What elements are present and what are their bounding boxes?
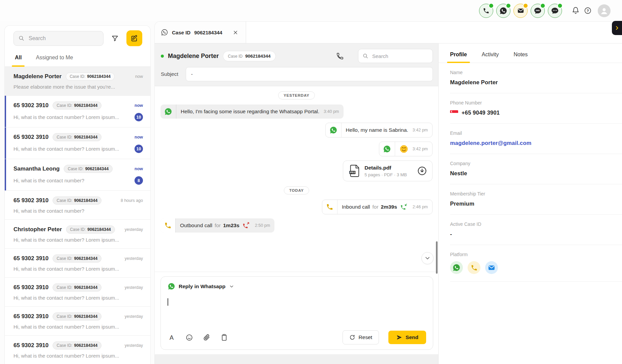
outbound-call-icon xyxy=(242,222,250,229)
composer-toolbar: A Reset Send xyxy=(168,330,426,344)
message-input[interactable] xyxy=(168,290,426,330)
search-input-field[interactable] xyxy=(28,35,99,42)
call-duration: 2m39s xyxy=(381,204,397,210)
profile-field: Phone Number+65 9049 3901 xyxy=(450,93,622,124)
case-id-pill: Case ID:9062184344 xyxy=(53,133,101,141)
unread-count-badge: 10 xyxy=(135,113,143,121)
send-button[interactable]: Send xyxy=(388,331,426,344)
chat-channel-button[interactable] xyxy=(548,4,562,18)
message-time: 3:42 pm xyxy=(413,123,432,137)
attachment-icon[interactable] xyxy=(203,333,211,341)
conversation-time: now xyxy=(133,74,143,79)
close-tab-icon[interactable] xyxy=(231,28,240,37)
field-value[interactable]: magdelene.porter@gmail.com xyxy=(450,140,622,146)
conversations-sidebar: AllAssigned to Me Magdelene Porter Case … xyxy=(4,25,151,364)
composer: Reply in Whatsapp A Reset Send xyxy=(160,276,433,350)
file-attachment-card: JPEG Details.pdf 5 pages · PDF · 3 MB xyxy=(343,160,433,181)
download-icon[interactable] xyxy=(417,166,427,176)
profile-tab-profile[interactable]: Profile xyxy=(450,52,467,63)
phone-icon xyxy=(160,218,175,233)
email-channel-button[interactable] xyxy=(513,4,528,18)
status-dot xyxy=(540,3,545,8)
chat-icon xyxy=(551,7,559,15)
send-icon xyxy=(396,334,402,340)
chat-search-field[interactable] xyxy=(372,53,428,59)
conversation-name: 65 9302 3910 xyxy=(13,313,49,320)
file-name: Details.pdf xyxy=(364,165,407,171)
reply-channel-selector[interactable]: Reply in Whatsapp xyxy=(168,282,234,290)
chat-search-input[interactable] xyxy=(358,49,433,63)
conversation-list-item[interactable]: 65 9302 3910 Case ID:9062184344 yesterda… xyxy=(5,249,150,278)
conversation-list-item[interactable]: 65 9302 3910 Case ID:9062184344 yesterda… xyxy=(5,336,150,364)
case-tab[interactable]: Case ID 9062184344 xyxy=(155,22,246,43)
topbar: SMS ? xyxy=(0,0,622,21)
sidebar-tab-assigned-to-me[interactable]: Assigned to Me xyxy=(35,50,73,66)
conversation-list-item[interactable]: 65 9302 3910 Case ID:9062184344 now Hi, … xyxy=(5,127,150,159)
reset-button[interactable]: Reset xyxy=(343,330,379,344)
field-label: Active Case ID xyxy=(450,221,622,227)
conversation-list-item[interactable]: 65 9302 3910 Case ID:9062184344 yesterda… xyxy=(5,278,150,307)
platform-phone-icon[interactable] xyxy=(468,261,480,274)
conversation-list-item[interactable]: Samantha Leong Case ID:9062184344 now Hi… xyxy=(5,159,150,191)
case-id-pill: Case ID:9062184344 xyxy=(66,72,115,81)
conversation-name: 65 9302 3910 xyxy=(13,134,49,141)
profile-tab-activity[interactable]: Activity xyxy=(482,52,499,63)
conversation-list-item[interactable]: Magdelene Porter Case ID:9062184344 now … xyxy=(5,67,150,96)
call-contact-icon[interactable] xyxy=(334,50,346,62)
platform-email-icon[interactable] xyxy=(485,261,498,274)
status-dot xyxy=(488,3,494,8)
case-tab-id: 9062184344 xyxy=(194,30,222,35)
compose-button[interactable] xyxy=(126,30,142,46)
platform-whatsapp-icon[interactable] xyxy=(450,261,463,274)
emoji-icon[interactable] xyxy=(185,333,193,341)
contact-name: Magdelene Porter xyxy=(168,53,219,60)
field-label: Platform xyxy=(450,252,622,257)
conversation-list-item[interactable]: 65 9302 3910 Case ID:9062184344 now Hi, … xyxy=(5,96,150,127)
conversation-preview: Please elaborate more the issue that you… xyxy=(13,84,143,90)
subject-input[interactable] xyxy=(186,67,433,81)
collapse-panel-button[interactable] xyxy=(612,21,622,35)
outbound-call-entry: Outbound call for 1m23s 2:50 pm xyxy=(160,218,274,233)
whatsapp-channel-button[interactable] xyxy=(496,4,510,18)
search-icon xyxy=(362,53,368,59)
phone-channel-button[interactable] xyxy=(479,4,493,18)
profile-field: CompanyNestle xyxy=(450,154,622,184)
day-separator: YESTERDAY xyxy=(160,91,433,99)
field-value: +65 9049 3901 xyxy=(450,110,622,116)
whatsapp-icon xyxy=(379,142,395,156)
status-dot xyxy=(523,3,528,8)
profile-tab-notes[interactable]: Notes xyxy=(513,52,528,63)
sms-channel-button[interactable]: SMS xyxy=(531,4,545,18)
case-tab-bar: Case ID 9062184344 xyxy=(155,22,622,43)
chat-scrollbar[interactable] xyxy=(436,241,438,274)
conversation-list-item[interactable]: Christopher Peter Case ID:9062184344 yes… xyxy=(5,220,150,249)
search-input[interactable] xyxy=(13,31,103,46)
call-label: Inbound call xyxy=(342,204,370,210)
case-id-pill: Case ID:9062184344 xyxy=(53,196,101,205)
conversation-time: yesterday xyxy=(123,227,143,232)
filter-button[interactable] xyxy=(108,32,122,45)
message-incoming-text: Hello, I'm facing some issue regarding t… xyxy=(160,104,344,119)
smiling-emoji xyxy=(395,142,413,156)
whatsapp-icon xyxy=(161,29,168,36)
status-dot xyxy=(506,3,511,8)
conversation-list-item[interactable]: 65 9302 3910 Case ID:9062184344 8 hours … xyxy=(5,191,150,220)
file-meta: 5 pages · PDF · 3 MB xyxy=(364,172,407,177)
online-status-dot xyxy=(161,55,164,58)
scroll-down-button[interactable] xyxy=(421,252,434,264)
case-id-pill: Case ID:9062184344 xyxy=(66,225,115,234)
conversation-list-item[interactable]: 65 9302 3910 Case ID:9062184344 yesterda… xyxy=(5,307,150,336)
field-value: Premium xyxy=(450,201,622,207)
notifications-bell-icon[interactable] xyxy=(569,5,582,17)
profile-panel: ProfileActivityNotes NameMagdelene Porte… xyxy=(439,43,622,364)
conversation-time: now xyxy=(132,135,143,140)
help-icon[interactable]: ? xyxy=(582,5,594,17)
main-area: Case ID 9062184344 Magdelene Porter Case… xyxy=(154,21,622,364)
template-icon[interactable] xyxy=(220,333,228,341)
profile-field: Active Case ID- xyxy=(450,215,622,245)
avatar[interactable] xyxy=(598,4,611,17)
profile-field: Platform xyxy=(450,245,622,282)
sidebar-tab-all[interactable]: All xyxy=(14,50,22,66)
unread-count-badge: 10 xyxy=(135,145,143,153)
format-text-icon[interactable]: A xyxy=(168,333,176,341)
